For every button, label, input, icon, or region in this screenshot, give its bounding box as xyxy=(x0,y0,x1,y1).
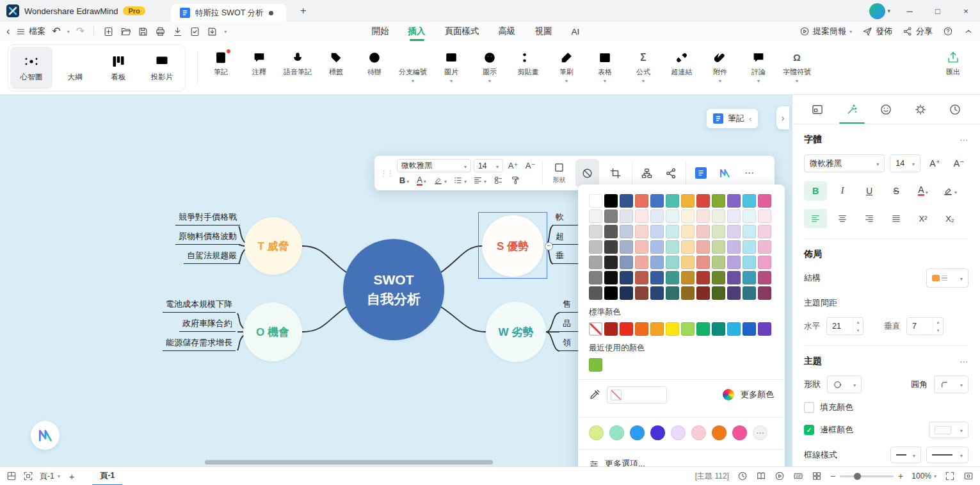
horizontal-scrollbar[interactable] xyxy=(205,460,493,464)
panel-font-size-select[interactable]: 14 xyxy=(890,154,920,172)
menu-tab-插入[interactable]: 插入 xyxy=(408,22,425,41)
document-tab[interactable]: 特斯拉 SWOT 分析 xyxy=(171,4,286,22)
color-swatch[interactable] xyxy=(650,286,664,300)
color-swatch[interactable] xyxy=(743,271,756,284)
subtopic[interactable]: 軟 xyxy=(552,211,578,226)
color-swatch[interactable] xyxy=(681,256,695,269)
color-swatch[interactable] xyxy=(691,425,706,440)
fullscreen-button[interactable] xyxy=(945,471,955,481)
menu-tab-視圖[interactable]: 視圖 xyxy=(534,22,552,41)
eyedropper-button[interactable] xyxy=(589,389,600,400)
subtopic[interactable]: 競爭對手價格戰 xyxy=(0,211,240,226)
color-swatch[interactable] xyxy=(635,194,648,208)
step-up[interactable]: ▴ xyxy=(933,318,943,326)
color-swatch[interactable] xyxy=(635,322,648,336)
view-投影片[interactable]: 投影片 xyxy=(141,47,183,89)
color-swatch[interactable] xyxy=(650,271,664,284)
color-swatch[interactable] xyxy=(635,286,648,300)
color-swatch[interactable] xyxy=(727,240,741,254)
tab-theme[interactable] xyxy=(906,95,935,124)
canvas[interactable]: SWOT 自我分析 T 威脅 O 機會 S 優勢 W 劣勢 − 競爭對手價格戰原… xyxy=(0,95,792,466)
menu-tab-AI[interactable]: AI xyxy=(571,22,579,41)
color-swatch[interactable] xyxy=(696,240,710,254)
share-button[interactable]: 分享 xyxy=(903,26,933,37)
color-swatch[interactable] xyxy=(727,322,741,336)
handbook-icon[interactable] xyxy=(756,471,766,481)
color-swatch[interactable] xyxy=(758,322,771,336)
color-swatch[interactable] xyxy=(681,322,695,336)
color-swatch[interactable] xyxy=(696,210,710,223)
font-size-select[interactable]: 14 xyxy=(474,159,503,172)
undo-button[interactable]: ↶ xyxy=(52,26,60,37)
file-menu-button[interactable]: 檔案 xyxy=(16,26,45,37)
color-swatch[interactable] xyxy=(758,240,771,254)
color-swatch[interactable] xyxy=(712,322,725,336)
color-swatch[interactable] xyxy=(712,425,727,440)
export-file-button[interactable] xyxy=(172,26,183,37)
overview-button[interactable] xyxy=(6,471,17,481)
color-wheel-icon[interactable] xyxy=(723,389,734,400)
color-swatch[interactable] xyxy=(681,286,695,300)
color-swatch[interactable] xyxy=(712,271,725,284)
bold-button[interactable]: B xyxy=(397,174,412,187)
ribbon-tool-brush[interactable]: 筆刷▾ xyxy=(549,45,584,90)
color-swatch[interactable] xyxy=(727,256,741,269)
color-swatch[interactable] xyxy=(666,210,679,223)
minimize-button[interactable]: ─ xyxy=(896,0,924,22)
color-swatch[interactable] xyxy=(666,286,679,300)
subtopic[interactable]: 原物料價格波動 xyxy=(0,231,240,245)
color-swatch[interactable] xyxy=(758,210,771,223)
color-swatch[interactable] xyxy=(696,286,710,300)
menu-tab-開始[interactable]: 開始 xyxy=(371,22,389,41)
more-options-button[interactable]: 更多選項... xyxy=(589,450,774,466)
color-swatch[interactable] xyxy=(758,271,771,284)
view-大綱[interactable]: 大綱 xyxy=(54,47,96,89)
drag-handle[interactable]: ⋮⋮ xyxy=(380,159,392,187)
color-swatch[interactable] xyxy=(743,256,756,269)
decrease-font-button[interactable]: A⁻ xyxy=(523,159,538,172)
color-swatch[interactable] xyxy=(604,210,618,223)
more-tools-chevron-icon[interactable]: ▾ xyxy=(224,29,227,35)
panel-increase-font-button[interactable]: A⁺ xyxy=(926,154,945,173)
export-button[interactable]: 匯出 xyxy=(934,45,972,90)
ribbon-tool-table[interactable]: 表格▾ xyxy=(587,45,623,90)
color-swatch[interactable] xyxy=(671,425,686,440)
color-hex-input[interactable] xyxy=(607,386,667,404)
structure-button[interactable] xyxy=(637,159,657,187)
color-swatch[interactable] xyxy=(589,256,602,269)
zoom-slider-knob[interactable] xyxy=(854,473,861,480)
step-up[interactable]: ▴ xyxy=(853,318,863,326)
color-swatch[interactable] xyxy=(604,286,618,300)
zoom-level-select[interactable]: 100%▾ xyxy=(912,472,936,481)
color-swatch[interactable] xyxy=(743,240,756,254)
ribbon-tool-smiley[interactable]: 圖示▾ xyxy=(472,45,508,90)
color-swatch[interactable] xyxy=(681,194,695,208)
color-swatch[interactable] xyxy=(650,425,665,440)
ribbon-tool-clipart[interactable]: 剪貼畫 xyxy=(510,45,546,90)
ribbon-tool-image[interactable]: 圖片▾ xyxy=(433,45,469,90)
font-family-select[interactable]: 微軟雅黑 xyxy=(397,159,471,172)
notes-panel-button[interactable]: 筆記 ‹ xyxy=(707,109,758,128)
color-swatch[interactable] xyxy=(589,194,602,208)
color-swatch[interactable] xyxy=(650,322,664,336)
zoom-slider[interactable] xyxy=(840,475,894,477)
highlight-button[interactable] xyxy=(431,174,449,187)
color-swatch[interactable] xyxy=(758,286,771,300)
no-color-swatch[interactable] xyxy=(589,322,602,336)
color-swatch[interactable] xyxy=(604,256,618,269)
font-color-button[interactable]: A xyxy=(414,174,429,187)
vertical-spacing-stepper[interactable]: 7 ▴▾ xyxy=(906,317,944,335)
color-swatch[interactable] xyxy=(604,271,618,284)
maximize-button[interactable]: □ xyxy=(924,0,952,22)
color-swatch[interactable] xyxy=(589,271,602,284)
color-swatch[interactable] xyxy=(635,240,648,254)
color-swatch[interactable] xyxy=(696,194,710,208)
panel-underline-button[interactable]: U xyxy=(858,181,881,201)
timer-icon[interactable] xyxy=(737,471,748,481)
color-swatch[interactable] xyxy=(712,194,725,208)
fit-page-button[interactable] xyxy=(963,471,974,481)
color-swatch[interactable] xyxy=(712,210,725,223)
color-swatch[interactable] xyxy=(604,322,618,336)
color-swatch[interactable] xyxy=(712,240,725,254)
panel-decrease-font-button[interactable]: A⁻ xyxy=(949,154,968,173)
